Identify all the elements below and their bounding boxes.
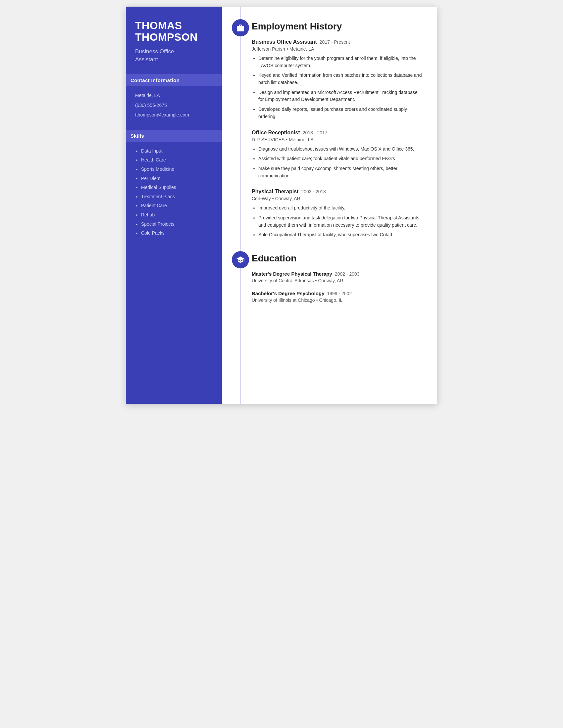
contact-header: Contact Information — [126, 74, 222, 86]
edu-location: University of Central Arkansas•Conway, A… — [252, 278, 423, 283]
job-location: Jefferson Parish•Metairie, LA — [252, 46, 423, 52]
job-title: Business Office Assistant — [252, 39, 317, 45]
edu-header: Bachelor's Degree Psychology 1999 - 2002 — [252, 291, 423, 296]
skills-section: Skills Data InputHealth CareSports Medic… — [135, 130, 212, 239]
candidate-name: THOMASTHOMPSON — [135, 20, 212, 43]
skills-header: Skills — [126, 130, 222, 142]
job-bullets: Improved overall productivity of the fac… — [252, 205, 423, 239]
jobs-container: Business Office Assistant 2017 - Present… — [252, 39, 423, 239]
job-bullet: Developed daily reports, issued purchase… — [258, 106, 423, 120]
graduation-icon — [232, 251, 249, 268]
job-bullet: Improved overall productivity of the fac… — [258, 205, 423, 212]
education-section: Education Master's Degree Physical Thera… — [222, 252, 423, 303]
contact-location: Metairie, LA — [135, 92, 212, 99]
skill-item: Rehab — [141, 212, 212, 218]
main-content: Employment History Business Office Assis… — [222, 7, 437, 404]
contact-section: Contact Information Metairie, LA (630) 5… — [135, 74, 212, 122]
job-bullet: Sole Occupational Therapist at facility,… — [258, 231, 423, 239]
edu-container: Master's Degree Physical Therapy 2002 - … — [252, 271, 423, 303]
job-bullets: Diagnose and troubleshoot issues with Wi… — [252, 146, 423, 180]
job-dates: 2013 - 2017 — [303, 130, 328, 135]
job-dates: 2017 - Present — [320, 39, 350, 45]
contact-email: tthompson@example.com — [135, 112, 212, 118]
skill-item: Cold Packs — [141, 230, 212, 237]
job-bullet: Determine eligibility for the youth prog… — [258, 55, 423, 69]
skill-item: Special Projects — [141, 221, 212, 228]
edu-dates: 2002 - 2003 — [335, 271, 360, 277]
job-bullet: Keyed and Verified information from cash… — [258, 72, 423, 86]
employment-section: Employment History Business Office Assis… — [222, 20, 423, 239]
job-location: Con-Way•Conway, AR — [252, 196, 423, 201]
job-header: Business Office Assistant 2017 - Present — [252, 39, 423, 45]
job-entry: Business Office Assistant 2017 - Present… — [252, 39, 423, 120]
job-bullet: Design and implemented an Microsoft Acce… — [258, 89, 423, 103]
skill-item: Health Care — [141, 157, 212, 163]
job-bullet: Provided supervision and task delegation… — [258, 214, 423, 229]
skill-item: Patient Care — [141, 203, 212, 209]
edu-header: Master's Degree Physical Therapy 2002 - … — [252, 271, 423, 277]
edu-location: University of Illinois at Chicago•Chicag… — [252, 297, 423, 303]
job-bullet: Diagnose and troubleshoot issues with Wi… — [258, 146, 423, 153]
skill-item: Medical Supplies — [141, 184, 212, 191]
sidebar: THOMASTHOMPSON Business OfficeAssistant … — [126, 7, 222, 404]
candidate-title: Business OfficeAssistant — [135, 48, 212, 64]
skills-list: Data InputHealth CareSports MedicinePer … — [135, 148, 212, 237]
skill-item: Sports Medicine — [141, 166, 212, 173]
resume-container: THOMASTHOMPSON Business OfficeAssistant … — [126, 7, 437, 404]
edu-entry: Bachelor's Degree Psychology 1999 - 2002… — [252, 291, 423, 303]
skill-item: Per Diem — [141, 175, 212, 182]
skill-item: Data Input — [141, 148, 212, 155]
edu-entry: Master's Degree Physical Therapy 2002 - … — [252, 271, 423, 283]
briefcase-icon — [232, 19, 249, 36]
job-header: Office Receptionist 2013 - 2017 — [252, 130, 423, 136]
job-bullet: Assisted with patient care; took patient… — [258, 155, 423, 162]
contact-phone: (630) 555-2675 — [135, 102, 212, 109]
education-title: Education — [252, 252, 423, 264]
skill-item: Treatment Plans — [141, 194, 212, 200]
job-dates: 2003 - 2013 — [301, 189, 326, 194]
job-entry: Physical Therapist 2003 - 2013 Con-Way•C… — [252, 189, 423, 239]
job-title: Physical Therapist — [252, 189, 299, 195]
job-title: Office Receptionist — [252, 130, 300, 136]
job-bullets: Determine eligibility for the youth prog… — [252, 55, 423, 120]
job-entry: Office Receptionist 2013 - 2017 D-R SERV… — [252, 130, 423, 180]
job-header: Physical Therapist 2003 - 2013 — [252, 189, 423, 195]
edu-degree: Bachelor's Degree Psychology — [252, 291, 325, 296]
job-location: D-R SERVICES•Metairie, LA — [252, 137, 423, 142]
job-bullet: make sure they paid copay Accomplishment… — [258, 165, 423, 179]
edu-dates: 1999 - 2002 — [327, 291, 352, 296]
employment-title: Employment History — [252, 20, 423, 32]
edu-degree: Master's Degree Physical Therapy — [252, 271, 332, 277]
